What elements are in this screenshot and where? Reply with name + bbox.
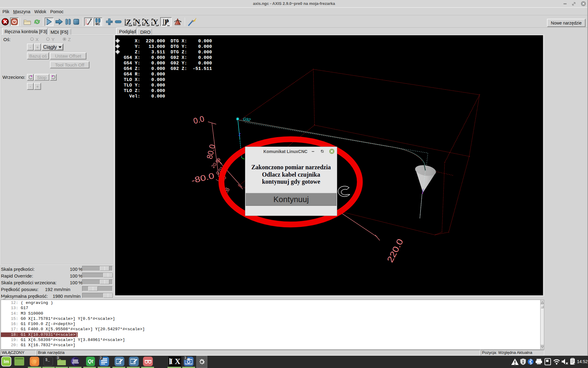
svg-text:220.0: 220.0 bbox=[385, 237, 405, 264]
svg-text:X: X bbox=[144, 18, 149, 26]
svg-text:Y: Y bbox=[153, 18, 158, 26]
svg-text:Z: Z bbox=[126, 18, 131, 26]
svg-text:Z: Z bbox=[239, 132, 241, 137]
svg-text:0.0: 0.0 bbox=[192, 114, 205, 126]
svg-text:-80.0: -80.0 bbox=[190, 171, 215, 185]
svg-text:80.0: 80.0 bbox=[205, 144, 217, 160]
svg-text:N: N bbox=[135, 18, 140, 26]
svg-text:M1: M1 bbox=[96, 22, 100, 25]
